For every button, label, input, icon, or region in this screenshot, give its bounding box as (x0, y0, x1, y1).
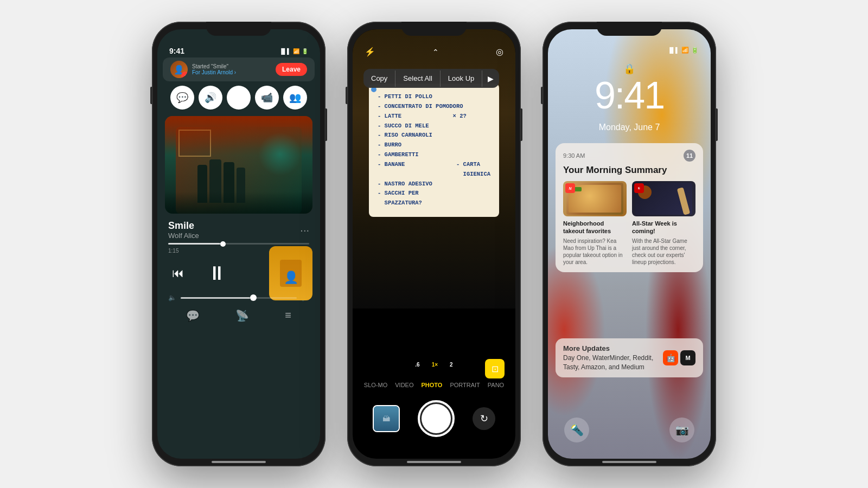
leave-button[interactable]: Leave (276, 63, 307, 76)
look-up-menu-item[interactable]: Look Up (441, 69, 482, 88)
copy-menu-item[interactable]: Copy (363, 69, 395, 88)
lock-screen-date: Monday, June 7 (548, 123, 711, 132)
message-control-btn[interactable]: 💬 (170, 86, 194, 110)
phone-3: ▐▌▌ 📶 🔋 🔒 9:41 Monday, June 7 9:30 AM 11… (542, 22, 716, 466)
phone-1: 9:41 ▐▌▌ 📶 🔋 👤 ♪ Started "Smile" For (152, 22, 326, 466)
signal-icon-1: ▐▌▌ (279, 48, 291, 54)
lock-icon: 🔒 (623, 63, 635, 75)
camera-icon: 📷 (675, 423, 689, 436)
mode-photo[interactable]: PHOTO (421, 382, 442, 388)
note-line-row-8: - BANANE - CARTA IGIENICA (378, 160, 490, 179)
facetime-banner[interactable]: 👤 ♪ Started "Smile" For Justin Arnold › … (163, 57, 315, 81)
news-item-1[interactable]: N Neighborhood takeout favorites Need in… (563, 181, 627, 266)
note-line-5: - RISO CARNAROLI (378, 131, 490, 140)
live-text-badge[interactable]: ⊡ (485, 359, 505, 378)
home-indicator-2[interactable] (407, 461, 461, 463)
battery-icon-3: 🔋 (691, 47, 699, 54)
notification-header: 9:30 AM 11 (563, 150, 695, 162)
music-badge: ♪ (181, 72, 188, 78)
volume-control-btn[interactable]: 🔊 (199, 86, 222, 110)
more-updates-app-icons: 🤖 M (663, 350, 695, 365)
more-updates-body: Day One, WaterMinder, Reddit, Tasty, Ama… (563, 354, 663, 372)
flashlight-button[interactable]: 🔦 (564, 418, 589, 442)
news-headline-2: All-Star Week is coming! (632, 220, 695, 235)
morning-summary-notification[interactable]: 9:30 AM 11 Your Morning Summary (556, 143, 703, 272)
bottom-row: 💬 📡 ≡ (157, 304, 320, 328)
zoom-point6-button[interactable]: .6 (411, 360, 424, 369)
volume-scrubber[interactable] (250, 294, 257, 301)
home-indicator-1[interactable] (212, 461, 266, 463)
rewind-button[interactable]: ⏮ (172, 266, 184, 280)
mic-control-btn[interactable]: 🎙 (227, 86, 251, 110)
facetime-left: 👤 ♪ Started "Smile" For Justin Arnold › (170, 61, 236, 78)
mic-icon: 🎙 (234, 92, 244, 104)
zoom-1x-button[interactable]: 1× (427, 360, 442, 369)
volume-low-icon: 🔈 (168, 294, 176, 301)
phone-1-screen: 9:41 ▐▌▌ 📶 🔋 👤 ♪ Started "Smile" For (157, 29, 320, 459)
message-icon: 💬 (176, 92, 188, 104)
camera-modes: SLO-MO VIDEO PHOTO PORTRAIT PANO (353, 382, 515, 388)
more-updates-notification[interactable]: More Updates Day One, WaterMinder, Reddi… (556, 338, 703, 377)
medium-app-icon: M (680, 350, 695, 365)
news-item-2[interactable]: E All-Star Week is coming! With the All-… (632, 181, 695, 266)
album-art (165, 116, 312, 214)
camera-button[interactable]: 📷 (669, 418, 694, 442)
pause-button[interactable]: ⏸ (203, 259, 231, 287)
airplay-button[interactable]: 📡 (235, 309, 249, 322)
flip-camera-button[interactable]: ↻ (473, 407, 495, 430)
phone-3-content: ▐▌▌ 📶 🔋 🔒 9:41 Monday, June 7 9:30 AM 11… (548, 29, 711, 459)
menu-more-button[interactable]: ▶ (482, 70, 499, 87)
mode-pano[interactable]: PANO (488, 382, 504, 388)
notch-3 (597, 22, 662, 36)
people-control-btn[interactable]: 👥 (283, 86, 307, 110)
shutter-button[interactable] (418, 400, 455, 437)
phone-3-screen: ▐▌▌ 📶 🔋 🔒 9:41 Monday, June 7 9:30 AM 11… (548, 29, 711, 459)
song-artist: Wolf Alice (168, 232, 199, 240)
notification-title: Your Morning Summary (563, 165, 695, 176)
settings-circle-icon: ◎ (496, 47, 503, 57)
home-indicator-3[interactable] (602, 461, 656, 463)
phone-2: ⚡ ⌃ ◎ Copy Select All Look Up ▶ - PETTI … (347, 22, 521, 466)
note-line-8a: - BANANE (378, 160, 405, 179)
zoom-2x-button[interactable]: 2 (445, 360, 457, 369)
time-1: 9:41 (169, 47, 184, 55)
more-updates-text: More Updates Day One, WaterMinder, Reddi… (563, 344, 663, 372)
flash-icon: ⚡ (365, 47, 375, 57)
queue-button[interactable]: ≡ (285, 309, 291, 322)
lock-screen-time: 9:41 (548, 74, 711, 117)
mode-slomo[interactable]: SLO-MO (364, 382, 387, 388)
flashlight-icon: 🔦 (570, 423, 584, 436)
more-options-button[interactable]: ··· (300, 224, 309, 236)
chevron-up-icon: ⌃ (432, 48, 439, 56)
video-control-btn[interactable]: 📹 (255, 86, 279, 110)
notch-2 (401, 22, 467, 36)
status-bar-3: ▐▌▌ 📶 🔋 (548, 47, 711, 54)
volume-fill (181, 297, 250, 299)
video-icon: 📹 (261, 92, 273, 104)
phone-2-content: ⚡ ⌃ ◎ Copy Select All Look Up ▶ - PETTI … (353, 29, 515, 459)
mode-portrait[interactable]: PORTRAIT (450, 382, 480, 388)
signal-icon-3: ▐▌▌ (668, 47, 679, 53)
progress-scrubber[interactable] (220, 241, 226, 247)
news-image-1: N (563, 181, 627, 216)
volume-bar[interactable] (181, 297, 297, 299)
reddit-app-icon: 🤖 (663, 350, 678, 365)
lyrics-button[interactable]: 💬 (186, 309, 200, 322)
photo-thumbnail[interactable]: 🏔 (373, 405, 400, 432)
shutter-inner (422, 404, 451, 433)
note-line-7: - GAMBERETTI (378, 150, 490, 160)
note-line-3: - LATTE × 2? (378, 112, 490, 121)
phone-2-screen: ⚡ ⌃ ◎ Copy Select All Look Up ▶ - PETTI … (353, 29, 515, 459)
progress-bar[interactable] (168, 243, 309, 245)
note-line-4: - SUCCO DI MELE (378, 121, 490, 131)
facetime-contact: For Justin Arnold › (192, 69, 236, 75)
select-all-menu-item[interactable]: Select All (395, 69, 439, 88)
song-title: Smile (168, 220, 199, 232)
news-body-2: With the All-Star Game just around the c… (632, 237, 695, 266)
progress-fill (168, 243, 220, 245)
news-headline-1: Neighborhood takeout favorites (563, 220, 627, 235)
media-controls-row: 💬 🔊 🎙 📹 👥 (157, 81, 320, 114)
zoom-controls: .6 1× 2 (411, 360, 457, 369)
band-scene (165, 116, 312, 214)
mode-video[interactable]: VIDEO (395, 382, 413, 388)
